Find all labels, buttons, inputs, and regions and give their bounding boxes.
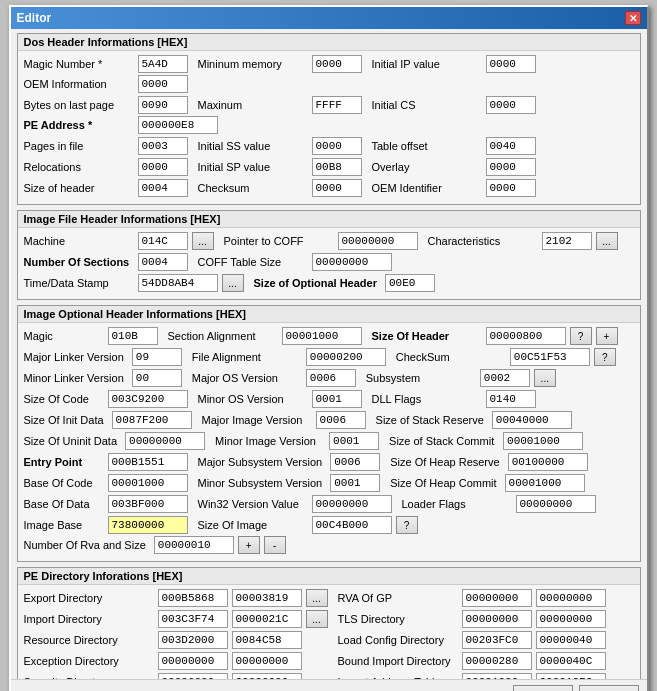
pe-rva1-input[interactable] (462, 673, 532, 679)
title-bar: Editor ✕ (11, 7, 647, 29)
q1-btn[interactable]: ? (570, 327, 592, 345)
initial-cs-group: Initial CS (372, 96, 536, 114)
stack-commit-input[interactable] (503, 432, 583, 450)
section-align-input[interactable] (282, 327, 362, 345)
q-image-btn[interactable]: ? (396, 516, 418, 534)
size-of-header-opt-input[interactable] (486, 327, 566, 345)
bytes-last-group: Bytes on last page (24, 96, 188, 114)
minor-os-input[interactable] (312, 390, 362, 408)
overlay-input[interactable] (486, 158, 536, 176)
plus1-btn[interactable]: + (596, 327, 618, 345)
major-subsystem-input[interactable] (330, 453, 380, 471)
characteristics-btn[interactable]: ... (596, 232, 618, 250)
size-code-input[interactable] (108, 390, 188, 408)
dos-header-title: Dos Header Informations [HEX] (18, 34, 640, 51)
exit-button[interactable]: Exit (579, 685, 639, 691)
minor-image-input[interactable] (329, 432, 379, 450)
initial-ss-input[interactable] (312, 137, 362, 155)
pe-rva1-input[interactable] (462, 610, 532, 628)
table-offset-input[interactable] (486, 137, 536, 155)
initial-cs-input[interactable] (486, 96, 536, 114)
pe-rva2-input[interactable] (536, 610, 606, 628)
size-uninit-input[interactable] (125, 432, 205, 450)
relocations-input[interactable] (138, 158, 188, 176)
pe-rva2-input[interactable] (536, 652, 606, 670)
oem-id-input[interactable] (486, 179, 536, 197)
pages-in-file-input[interactable] (138, 137, 188, 155)
heap-reserve-input[interactable] (508, 453, 588, 471)
machine-input[interactable] (138, 232, 188, 250)
heap-reserve-group: Size Of Heap Reserve (390, 453, 587, 471)
pe-val2-input[interactable] (232, 631, 302, 649)
checksum-input[interactable] (312, 179, 362, 197)
pe-btn[interactable]: ... (306, 589, 328, 607)
size-optional-input[interactable] (385, 274, 435, 292)
pe-rva1-input[interactable] (462, 631, 532, 649)
major-linker-group: Major Linker Version (24, 348, 182, 366)
file-align-input[interactable] (306, 348, 386, 366)
size-init-input[interactable] (112, 411, 192, 429)
heap-commit-input[interactable] (505, 474, 585, 492)
minus2-btn[interactable]: - (264, 536, 286, 554)
pe-val2-input[interactable] (232, 652, 302, 670)
size-header-input[interactable] (138, 179, 188, 197)
stack-reserve-input[interactable] (492, 411, 572, 429)
major-os-input[interactable] (306, 369, 356, 387)
pointer-coff-input[interactable] (338, 232, 418, 250)
checksum-opt-input[interactable] (510, 348, 590, 366)
subsystem-input[interactable] (480, 369, 530, 387)
major-image-input[interactable] (316, 411, 366, 429)
initial-sp-input[interactable] (312, 158, 362, 176)
pe-rva2-input[interactable] (536, 631, 606, 649)
bytes-last-input[interactable] (138, 96, 188, 114)
pe-rva2-input[interactable] (536, 589, 606, 607)
oem-info-input[interactable] (138, 75, 188, 93)
pe-val1-input[interactable] (158, 610, 228, 628)
characteristics-input[interactable] (542, 232, 592, 250)
size-of-image-label: Size Of Image (198, 519, 308, 531)
pe-val1-input[interactable] (158, 673, 228, 679)
pe-val1-input[interactable] (158, 589, 228, 607)
minor-linker-input[interactable] (132, 369, 182, 387)
size-uninit-group: Size Of Uninit Data (24, 432, 206, 450)
dll-flags-input[interactable] (486, 390, 536, 408)
pe-val2-input[interactable] (232, 610, 302, 628)
pe-val2-input[interactable] (232, 589, 302, 607)
minor-subsystem-input[interactable] (330, 474, 380, 492)
timestamp-input[interactable] (138, 274, 218, 292)
min-memory-input[interactable] (312, 55, 362, 73)
pe-btn[interactable]: ... (306, 610, 328, 628)
pe-rva1-input[interactable] (462, 652, 532, 670)
coff-table-input[interactable] (312, 253, 392, 271)
num-sections-input[interactable] (138, 253, 188, 271)
save-button[interactable]: Save (513, 685, 573, 691)
pe-val1-input[interactable] (158, 631, 228, 649)
base-of-code-input[interactable] (108, 474, 188, 492)
pe-address-input[interactable] (138, 116, 218, 134)
entry-point-input[interactable] (108, 453, 188, 471)
size-of-image-input[interactable] (312, 516, 392, 534)
image-base-input[interactable] (108, 516, 188, 534)
pe-rva2-input[interactable] (536, 673, 606, 679)
num-sections-group: Number Of Sections (24, 253, 188, 271)
num-rva-input[interactable] (154, 536, 234, 554)
pe-val1-input[interactable] (158, 652, 228, 670)
base-of-data-input[interactable] (108, 495, 188, 513)
pe-rva1-input[interactable] (462, 589, 532, 607)
maxinum-input[interactable] (312, 96, 362, 114)
win32-version-input[interactable] (312, 495, 392, 513)
ioh-row-8: Base Of Code Minor Subsystem Version Siz… (24, 474, 634, 492)
major-linker-input[interactable] (132, 348, 182, 366)
pe-rva-group: RVA Of GP (338, 589, 606, 607)
pe-val2-input[interactable] (232, 673, 302, 679)
magic-opt-input[interactable] (108, 327, 158, 345)
close-button[interactable]: ✕ (625, 11, 641, 25)
machine-btn[interactable]: ... (192, 232, 214, 250)
plus2-btn[interactable]: + (238, 536, 260, 554)
initial-ip-input[interactable] (486, 55, 536, 73)
subsystem-btn[interactable]: ... (534, 369, 556, 387)
timestamp-btn[interactable]: ... (222, 274, 244, 292)
loader-flags-input[interactable] (516, 495, 596, 513)
magic-input[interactable] (138, 55, 188, 73)
q2-btn[interactable]: ? (594, 348, 616, 366)
